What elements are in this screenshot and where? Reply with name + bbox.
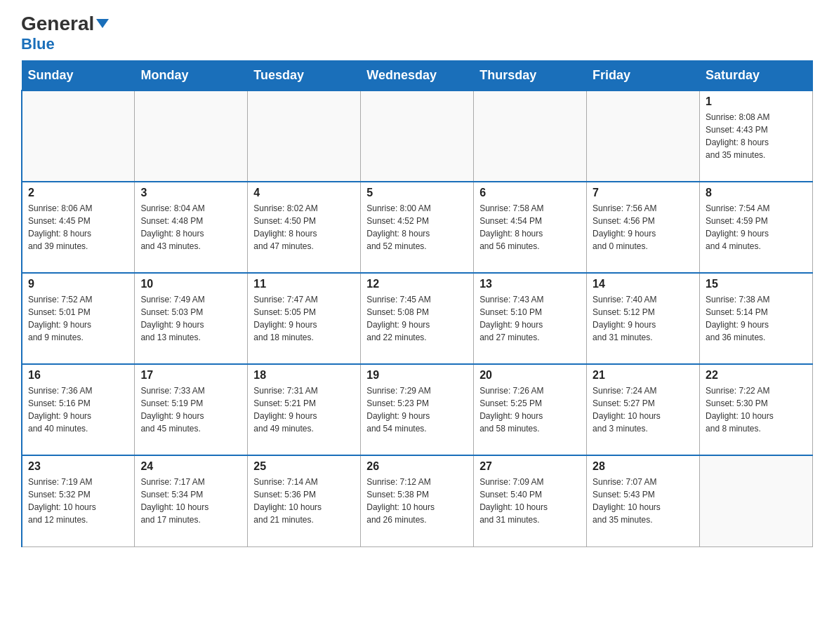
calendar-week-4: 16Sunrise: 7:36 AM Sunset: 5:16 PM Dayli… [22,364,813,455]
calendar-week-2: 2Sunrise: 8:06 AM Sunset: 4:45 PM Daylig… [22,182,813,273]
calendar-cell: 10Sunrise: 7:49 AM Sunset: 5:03 PM Dayli… [135,273,248,364]
calendar-cell: 5Sunrise: 8:00 AM Sunset: 4:52 PM Daylig… [361,182,474,273]
weekday-header-tuesday: Tuesday [248,61,361,91]
day-info: Sunrise: 7:07 AM Sunset: 5:43 PM Dayligh… [593,476,694,526]
day-number: 19 [366,369,468,382]
calendar-cell: 21Sunrise: 7:24 AM Sunset: 5:27 PM Dayli… [587,364,700,455]
calendar-table: SundayMondayTuesdayWednesdayThursdayFrid… [21,60,813,547]
day-number: 5 [366,187,468,199]
calendar-cell: 26Sunrise: 7:12 AM Sunset: 5:38 PM Dayli… [361,455,474,546]
calendar-cell [474,90,587,182]
calendar-cell: 9Sunrise: 7:52 AM Sunset: 5:01 PM Daylig… [22,273,135,364]
day-info: Sunrise: 7:33 AM Sunset: 5:19 PM Dayligh… [140,384,241,435]
calendar-cell: 11Sunrise: 7:47 AM Sunset: 5:05 PM Dayli… [248,273,361,364]
day-number: 25 [253,460,355,473]
weekday-header-thursday: Thursday [474,61,587,91]
day-info: Sunrise: 7:17 AM Sunset: 5:34 PM Dayligh… [140,476,241,526]
day-number: 23 [28,460,128,473]
calendar-cell: 16Sunrise: 7:36 AM Sunset: 5:16 PM Dayli… [22,364,135,455]
calendar-cell: 13Sunrise: 7:43 AM Sunset: 5:10 PM Dayli… [474,273,587,364]
day-number: 28 [593,460,694,473]
day-info: Sunrise: 7:40 AM Sunset: 5:12 PM Dayligh… [593,293,694,344]
calendar-cell [587,90,700,182]
day-info: Sunrise: 7:47 AM Sunset: 5:05 PM Dayligh… [253,293,355,344]
calendar-cell: 14Sunrise: 7:40 AM Sunset: 5:12 PM Dayli… [587,273,700,364]
day-number: 12 [366,278,468,290]
logo-blue: Blue [21,35,55,53]
calendar-cell: 12Sunrise: 7:45 AM Sunset: 5:08 PM Dayli… [361,273,474,364]
calendar-cell [135,90,248,182]
day-info: Sunrise: 7:29 AM Sunset: 5:23 PM Dayligh… [366,384,468,435]
day-info: Sunrise: 7:14 AM Sunset: 5:36 PM Dayligh… [253,476,355,526]
day-info: Sunrise: 8:02 AM Sunset: 4:50 PM Dayligh… [253,202,355,253]
day-number: 10 [140,278,241,290]
day-number: 8 [706,187,807,199]
calendar-cell: 17Sunrise: 7:33 AM Sunset: 5:19 PM Dayli… [135,364,248,455]
day-number: 3 [140,187,241,199]
day-info: Sunrise: 7:31 AM Sunset: 5:21 PM Dayligh… [253,384,355,435]
calendar-cell [361,90,474,182]
logo-general: General [21,14,109,34]
day-number: 27 [479,460,581,473]
calendar-cell: 24Sunrise: 7:17 AM Sunset: 5:34 PM Dayli… [135,455,248,546]
calendar-cell: 20Sunrise: 7:26 AM Sunset: 5:25 PM Dayli… [474,364,587,455]
calendar-cell: 19Sunrise: 7:29 AM Sunset: 5:23 PM Dayli… [361,364,474,455]
day-info: Sunrise: 7:45 AM Sunset: 5:08 PM Dayligh… [366,293,468,344]
calendar-cell: 15Sunrise: 7:38 AM Sunset: 5:14 PM Dayli… [700,273,813,364]
day-info: Sunrise: 7:43 AM Sunset: 5:10 PM Dayligh… [479,293,581,344]
day-info: Sunrise: 7:26 AM Sunset: 5:25 PM Dayligh… [479,384,581,435]
calendar-cell: 7Sunrise: 7:56 AM Sunset: 4:56 PM Daylig… [587,182,700,273]
day-number: 24 [140,460,241,473]
day-info: Sunrise: 7:54 AM Sunset: 4:59 PM Dayligh… [706,202,807,253]
day-number: 14 [593,278,694,290]
calendar-cell: 4Sunrise: 8:02 AM Sunset: 4:50 PM Daylig… [248,182,361,273]
calendar-cell [22,90,135,182]
day-number: 7 [593,187,694,199]
day-number: 16 [28,369,128,382]
calendar-cell: 28Sunrise: 7:07 AM Sunset: 5:43 PM Dayli… [587,455,700,546]
calendar-week-1: 1Sunrise: 8:08 AM Sunset: 4:43 PM Daylig… [22,90,813,182]
day-info: Sunrise: 7:24 AM Sunset: 5:27 PM Dayligh… [593,384,694,435]
day-number: 17 [140,369,241,382]
day-info: Sunrise: 8:04 AM Sunset: 4:48 PM Dayligh… [140,202,241,253]
weekday-header-wednesday: Wednesday [361,61,474,91]
calendar-cell: 27Sunrise: 7:09 AM Sunset: 5:40 PM Dayli… [474,455,587,546]
day-number: 15 [706,278,807,290]
weekday-header-saturday: Saturday [700,61,813,91]
calendar-cell: 18Sunrise: 7:31 AM Sunset: 5:21 PM Dayli… [248,364,361,455]
calendar-cell [248,90,361,182]
calendar-cell: 1Sunrise: 8:08 AM Sunset: 4:43 PM Daylig… [700,90,813,182]
calendar-week-5: 23Sunrise: 7:19 AM Sunset: 5:32 PM Dayli… [22,455,813,546]
day-number: 20 [479,369,581,382]
day-number: 22 [706,369,807,382]
day-info: Sunrise: 7:38 AM Sunset: 5:14 PM Dayligh… [706,293,807,344]
day-info: Sunrise: 7:22 AM Sunset: 5:30 PM Dayligh… [706,384,807,435]
day-info: Sunrise: 8:06 AM Sunset: 4:45 PM Dayligh… [28,202,128,253]
calendar-cell: 6Sunrise: 7:58 AM Sunset: 4:54 PM Daylig… [474,182,587,273]
day-number: 13 [479,278,581,290]
logo: General Blue [21,14,109,53]
weekday-header-monday: Monday [135,61,248,91]
calendar-body: 1Sunrise: 8:08 AM Sunset: 4:43 PM Daylig… [22,90,813,546]
calendar-cell: 23Sunrise: 7:19 AM Sunset: 5:32 PM Dayli… [22,455,135,546]
day-number: 2 [28,187,128,199]
day-info: Sunrise: 7:49 AM Sunset: 5:03 PM Dayligh… [140,293,241,344]
day-info: Sunrise: 7:09 AM Sunset: 5:40 PM Dayligh… [479,476,581,526]
day-number: 1 [706,95,807,108]
day-number: 11 [253,278,355,290]
day-number: 21 [593,369,694,382]
day-info: Sunrise: 8:00 AM Sunset: 4:52 PM Dayligh… [366,202,468,253]
day-info: Sunrise: 7:12 AM Sunset: 5:38 PM Dayligh… [366,476,468,526]
day-number: 18 [253,369,355,382]
weekday-header-friday: Friday [587,61,700,91]
day-number: 6 [479,187,581,199]
day-info: Sunrise: 7:36 AM Sunset: 5:16 PM Dayligh… [28,384,128,435]
day-number: 4 [253,187,355,199]
calendar-cell: 8Sunrise: 7:54 AM Sunset: 4:59 PM Daylig… [700,182,813,273]
day-number: 9 [28,278,128,290]
weekday-header-sunday: Sunday [22,61,135,91]
calendar-cell: 3Sunrise: 8:04 AM Sunset: 4:48 PM Daylig… [135,182,248,273]
calendar-cell: 2Sunrise: 8:06 AM Sunset: 4:45 PM Daylig… [22,182,135,273]
calendar-header: SundayMondayTuesdayWednesdayThursdayFrid… [22,61,813,91]
day-info: Sunrise: 7:52 AM Sunset: 5:01 PM Dayligh… [28,293,128,344]
